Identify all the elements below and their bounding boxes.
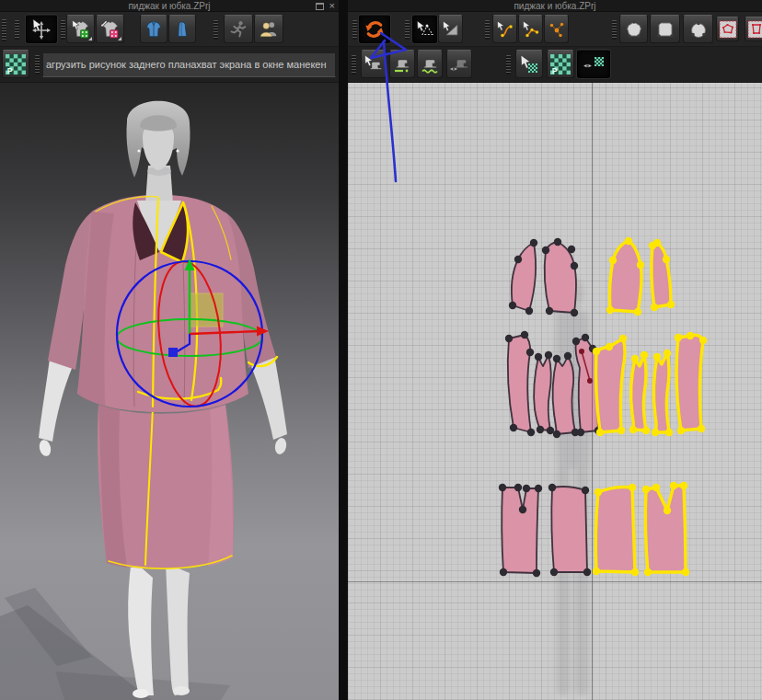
rectangle-tool-button[interactable] <box>650 15 680 43</box>
titlebar-3d[interactable]: пиджак и юбка.ZPrj × <box>0 0 339 12</box>
tooltip-info-field: агрузить рисунок заднего планахват экран… <box>42 52 336 77</box>
sewing-visibility-button[interactable] <box>446 50 472 78</box>
animation-button[interactable] <box>224 15 253 43</box>
filled-triangle-icon <box>442 20 460 39</box>
toolbar-grip[interactable] <box>352 55 356 75</box>
select-pattern-button[interactable] <box>438 15 463 43</box>
rectangle-shape-icon <box>654 18 676 40</box>
tshirt-pink-dice-icon <box>100 19 121 40</box>
tshirt-green-dice-icon <box>71 19 91 40</box>
toolbar-2d-secondary: P <box>348 47 762 83</box>
segment-sewing-icon <box>392 54 412 75</box>
garment-side-button[interactable] <box>168 15 196 43</box>
pattern-pieces-selected[interactable] <box>593 237 707 576</box>
garment-front-button[interactable] <box>140 15 167 43</box>
add-point-icon <box>548 20 566 39</box>
pattern-piece-selected <box>595 488 635 572</box>
pattern-piece-selected <box>596 339 626 432</box>
polygon-shape-icon <box>623 18 645 40</box>
toolbar-grip[interactable] <box>61 20 65 40</box>
texture-visibility-icon <box>582 54 606 75</box>
toolbar-grip[interactable] <box>2 19 6 41</box>
garment-side-blue-icon <box>172 19 192 40</box>
avatar-display-button[interactable] <box>254 15 283 43</box>
sync-button[interactable] <box>359 15 390 43</box>
close-button[interactable]: × <box>329 1 335 11</box>
pattern-piece-selected <box>676 335 703 430</box>
edit-curve-point-icon <box>522 20 540 39</box>
pattern-pieces-unselected[interactable] <box>499 238 604 577</box>
toolbar-grip[interactable] <box>405 20 410 40</box>
edit-sewing-button[interactable] <box>361 50 387 78</box>
window-title-2d: пиджак и юбка.ZPrj <box>514 1 595 11</box>
circle-shape-icon <box>687 18 710 40</box>
svg-text:P: P <box>552 65 558 74</box>
window-3d: пиджак и юбка.ZPrj × <box>0 0 339 700</box>
dart-tool-button[interactable] <box>716 17 739 41</box>
add-point-button[interactable] <box>544 15 569 43</box>
toolbar-grip[interactable] <box>214 20 218 40</box>
select-move-tool-button[interactable] <box>26 15 57 43</box>
viewport-2d[interactable] <box>348 83 762 700</box>
toolbar-grip[interactable] <box>485 20 490 40</box>
pattern-piece-selected <box>653 353 669 432</box>
pattern-piece <box>553 356 575 434</box>
pattern-piece <box>512 243 536 311</box>
circle-tool-button[interactable] <box>683 15 713 43</box>
toolbar-3d-secondary: P агрузить рисунок заднего планахват экр… <box>0 47 339 83</box>
toolbar-3d-main <box>0 12 339 47</box>
free-sewing-button[interactable] <box>417 50 443 78</box>
pattern-piece-selected <box>609 241 641 312</box>
app-screen: пиджак и юбка.ZPrj × <box>0 0 762 700</box>
cursor-move-icon <box>30 18 52 40</box>
dart-tool-2-button[interactable] <box>745 17 762 41</box>
red-pattern-2-icon <box>747 20 762 39</box>
avatar-pair-icon <box>259 19 279 40</box>
titlebar-2d[interactable]: пиджак и юбка.ZPrj <box>348 0 762 12</box>
segment-sewing-button[interactable] <box>389 50 415 78</box>
texture-visibility-button[interactable] <box>577 50 610 78</box>
window-2d: пиджак и юбка.ZPrj <box>348 0 762 700</box>
edit-texture-button[interactable] <box>515 50 543 78</box>
toolbar-grip[interactable] <box>15 20 19 40</box>
pattern-piece-selected <box>645 486 686 572</box>
runner-icon <box>228 19 248 40</box>
toolbar-grip[interactable] <box>35 55 40 75</box>
pattern-canvas <box>348 83 762 700</box>
pattern-piece <box>502 488 538 573</box>
pattern-piece <box>534 355 551 430</box>
pattern-piece-selected <box>652 243 671 307</box>
transform-pattern-button[interactable] <box>412 15 437 43</box>
edit-curve-point-button[interactable] <box>518 15 543 43</box>
pattern-piece <box>551 487 587 572</box>
viewport-3d[interactable] <box>0 83 339 700</box>
window-title-3d: пиджак и юбка.ZPrj <box>128 1 210 11</box>
checker-p-icon: P <box>6 54 26 75</box>
edit-sewing-icon <box>364 54 384 75</box>
mannequin-head <box>126 101 190 178</box>
free-sewing-icon <box>420 54 440 75</box>
toolbar-grip[interactable] <box>352 20 357 40</box>
sewing-visibility-icon <box>449 54 469 75</box>
sync-arrows-icon <box>364 18 386 40</box>
grid-axis-horizontal <box>348 581 762 582</box>
simulate-button[interactable] <box>66 15 95 43</box>
texture-surface-button[interactable]: P <box>2 50 29 78</box>
simulate-options-button[interactable] <box>96 15 124 43</box>
window-divider[interactable] <box>339 0 348 700</box>
texture-pattern-button[interactable]: P <box>547 50 574 78</box>
red-pattern-icon <box>719 20 737 39</box>
polygon-tool-button[interactable] <box>619 15 648 43</box>
grid-axis-vertical <box>592 83 593 700</box>
toolbar-grip[interactable] <box>612 20 617 40</box>
checker-p-icon: P <box>550 54 571 75</box>
edit-curve-icon <box>496 20 514 39</box>
pattern-piece-selected <box>631 355 646 430</box>
transform-pattern-icon <box>416 20 434 39</box>
edit-curve-button[interactable] <box>492 15 517 43</box>
skirt[interactable] <box>98 405 234 568</box>
toolbar-grip[interactable] <box>506 55 511 75</box>
restore-button[interactable] <box>316 3 324 10</box>
scene-3d <box>0 83 339 700</box>
garment-front-blue-icon <box>144 19 164 40</box>
